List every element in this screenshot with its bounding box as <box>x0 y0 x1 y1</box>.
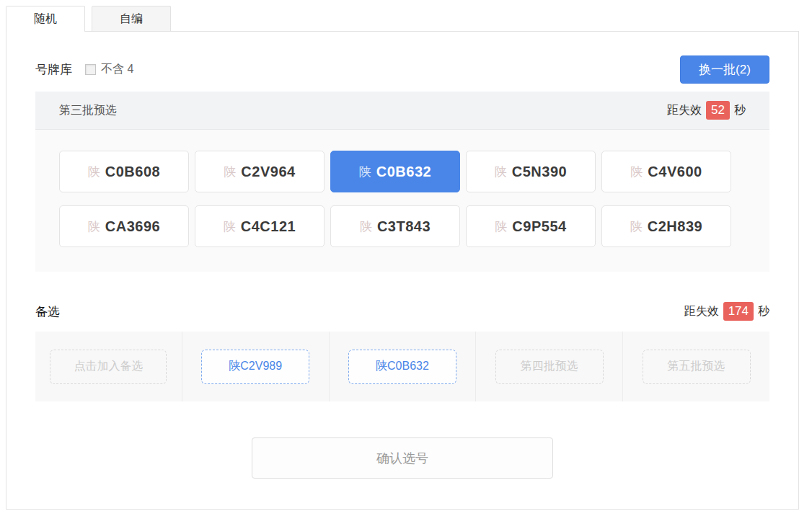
tab-random[interactable]: 随机 <box>6 6 85 32</box>
plate-province: 陕 <box>495 218 507 235</box>
batch-countdown: 距失效 52 秒 <box>667 101 746 120</box>
plate-province: 陕 <box>359 164 371 180</box>
plate-option[interactable]: 陕C4V600 <box>601 151 731 192</box>
plate-code: C5N390 <box>512 164 567 180</box>
batch-header: 第三批预选 距失效 52 秒 <box>35 92 769 130</box>
plate-code: C4V600 <box>648 164 702 180</box>
countdown-prefix: 距失效 <box>667 103 702 118</box>
alternative-cell: 陕C0B632 <box>330 332 477 401</box>
plate-province: 陕 <box>88 218 100 235</box>
plate-code: C9P554 <box>512 218 566 235</box>
plate-option[interactable]: 陕C2V964 <box>195 151 325 192</box>
countdown-seconds-badge: 52 <box>706 101 730 120</box>
plate-option[interactable]: 陕C0B608 <box>59 151 189 192</box>
exclude-4-label[interactable]: 不含 4 <box>101 62 133 77</box>
plate-province: 陕 <box>88 164 100 180</box>
plate-code: CA3696 <box>105 218 160 235</box>
plate-option[interactable]: 陕C4C121 <box>195 205 325 247</box>
alternative-slot-4[interactable]: 第四批预选 <box>495 350 604 384</box>
batch-section: 第三批预选 距失效 52 秒 陕C0B608陕C2V964陕C0B632陕C5N… <box>35 92 769 272</box>
plate-province: 陕 <box>495 164 507 180</box>
plate-province: 陕 <box>224 218 236 235</box>
toolbar: 号牌库 不含 4 换一批(2) <box>35 55 769 84</box>
countdown-suffix: 秒 <box>734 103 746 118</box>
plate-option[interactable]: 陕C3T843 <box>330 205 460 247</box>
alternative-cell: 第五批预选 <box>623 332 769 401</box>
main-panel: 号牌库 不含 4 换一批(2) 第三批预选 距失效 52 秒 陕C0B608陕C… <box>6 31 799 510</box>
plate-code: C2V964 <box>241 164 295 180</box>
countdown-suffix: 秒 <box>758 304 769 319</box>
plate-option[interactable]: 陕C5N390 <box>466 151 596 192</box>
plate-option[interactable]: 陕C9P554 <box>466 205 596 247</box>
change-batch-button[interactable]: 换一批(2) <box>680 55 769 84</box>
tab-bar: 随机 自编 <box>0 0 812 31</box>
plate-option[interactable]: 陕C2H839 <box>601 205 731 247</box>
alternative-cell: 陕C2V989 <box>182 332 330 401</box>
alternative-slot-5[interactable]: 第五批预选 <box>643 350 751 384</box>
alternative-slot-3[interactable]: 陕C0B632 <box>348 350 456 384</box>
plate-province: 陕 <box>224 164 236 180</box>
batch-title: 第三批预选 <box>59 103 117 118</box>
plate-province: 陕 <box>630 218 643 235</box>
alternatives-title: 备选 <box>35 303 60 320</box>
alternative-slot-1[interactable]: 点击加入备选 <box>50 350 167 384</box>
alternatives-countdown: 距失效 174 秒 <box>684 302 769 321</box>
confirm-selection-button[interactable]: 确认选号 <box>252 437 553 479</box>
alternatives-strip: 点击加入备选陕C2V989陕C0B632第四批预选第五批预选 <box>35 332 769 401</box>
alternative-cell: 第四批预选 <box>476 332 623 401</box>
alternative-cell: 点击加入备选 <box>35 332 182 401</box>
library-controls: 号牌库 不含 4 <box>35 61 133 78</box>
countdown-prefix: 距失效 <box>684 304 719 319</box>
plate-option[interactable]: 陕C0B632 <box>330 151 460 192</box>
plate-code: C4C121 <box>241 218 296 235</box>
exclude-4-checkbox[interactable] <box>85 64 96 75</box>
plate-code: C3T843 <box>377 218 431 235</box>
plate-code: C0B608 <box>105 164 160 180</box>
alternative-slot-2[interactable]: 陕C2V989 <box>201 350 309 384</box>
plate-province: 陕 <box>360 218 372 235</box>
library-label: 号牌库 <box>35 61 72 78</box>
alternatives-titlebar: 备选 距失效 174 秒 <box>35 302 769 321</box>
plate-province: 陕 <box>630 164 643 180</box>
plate-grid: 陕C0B608陕C2V964陕C0B632陕C5N390陕C4V600陕CA36… <box>35 130 769 272</box>
tab-custom[interactable]: 自编 <box>92 6 171 31</box>
plate-code: C2H839 <box>648 218 702 235</box>
plate-option[interactable]: 陕CA3696 <box>59 205 189 247</box>
plate-code: C0B632 <box>376 164 431 180</box>
countdown-seconds-badge: 174 <box>723 302 754 321</box>
